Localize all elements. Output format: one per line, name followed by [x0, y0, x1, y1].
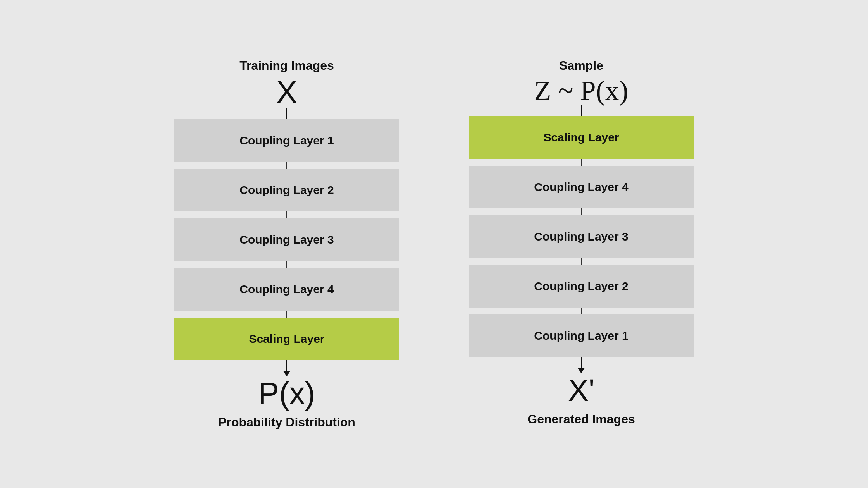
layer-label-3: Coupling Layer 4: [239, 283, 334, 296]
layer-box-3: Coupling Layer 4: [174, 268, 399, 311]
left-top-connector: [286, 108, 287, 119]
layer-label-0: Coupling Layer 1: [239, 134, 334, 147]
layer-box-0: Scaling Layer: [469, 116, 694, 159]
left-output-label: Probability Distribution: [218, 415, 355, 430]
layer-box-4: Scaling Layer: [174, 318, 399, 360]
right-arrowhead: [578, 368, 585, 373]
layer-connector-1: [581, 208, 582, 215]
right-output-symbol: X': [568, 375, 595, 406]
layer-label-4: Coupling Layer 1: [534, 329, 628, 342]
layer-connector-3: [581, 308, 582, 314]
layer-label-3: Coupling Layer 2: [534, 280, 628, 293]
layer-box-1: Coupling Layer 2: [174, 169, 399, 211]
layer-label-2: Coupling Layer 3: [239, 233, 334, 246]
layer-box-2: Coupling Layer 3: [174, 218, 399, 261]
left-diagram: Training Images X Coupling Layer 1Coupli…: [174, 58, 399, 430]
layer-box-3: Coupling Layer 2: [469, 265, 694, 308]
right-layers-stack: Scaling LayerCoupling Layer 4Coupling La…: [469, 116, 694, 357]
layer-connector-3: [286, 311, 287, 318]
right-top-connector: [581, 105, 582, 116]
left-arrowhead: [283, 371, 290, 376]
layer-connector-2: [286, 261, 287, 268]
right-input-symbol: Z ~ P(x): [534, 77, 629, 105]
layer-box-0: Coupling Layer 1: [174, 119, 399, 162]
layer-box-4: Coupling Layer 1: [469, 314, 694, 357]
left-bottom-connector: [283, 360, 290, 376]
left-output-symbol: P(x): [258, 378, 315, 409]
left-layers-stack: Coupling Layer 1Coupling Layer 2Coupling…: [174, 119, 399, 360]
layer-label-0: Scaling Layer: [543, 131, 619, 144]
layer-connector-1: [286, 211, 287, 218]
layer-connector-2: [581, 258, 582, 265]
main-container: Training Images X Coupling Layer 1Coupli…: [143, 43, 725, 445]
layer-label-2: Coupling Layer 3: [534, 230, 628, 243]
layer-box-1: Coupling Layer 4: [469, 166, 694, 208]
left-arrow-line: [286, 360, 287, 371]
layer-label-1: Coupling Layer 4: [534, 180, 628, 194]
right-arrow-line: [581, 357, 582, 368]
left-input-symbol: X: [276, 77, 297, 108]
right-output-label: Generated Images: [527, 412, 635, 426]
right-bottom-connector: [578, 357, 585, 373]
layer-box-2: Coupling Layer 3: [469, 215, 694, 258]
left-title: Training Images: [239, 58, 334, 73]
layer-label-4: Scaling Layer: [249, 332, 324, 345]
layer-label-1: Coupling Layer 2: [239, 184, 334, 197]
layer-connector-0: [581, 159, 582, 166]
right-diagram: Sample Z ~ P(x) Scaling LayerCoupling La…: [469, 58, 694, 426]
right-title: Sample: [559, 58, 603, 73]
layer-connector-0: [286, 162, 287, 169]
